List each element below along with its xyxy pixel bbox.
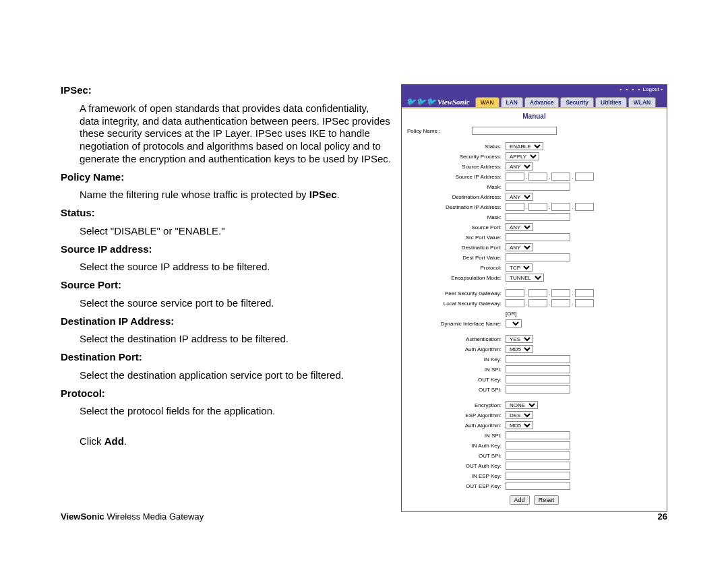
select-field[interactable]: ANY — [506, 193, 533, 201]
text-input[interactable] — [506, 233, 570, 241]
text-input[interactable] — [506, 183, 570, 191]
form-row: Destination IP Address:... — [407, 203, 661, 211]
form-row: Source IP Address:... — [407, 173, 661, 181]
field-label: IN ESP Key: — [407, 473, 506, 479]
ip-octet[interactable] — [528, 299, 547, 307]
text-input[interactable] — [506, 472, 570, 480]
tab-lan[interactable]: LAN — [501, 97, 523, 107]
tab-wlan[interactable]: WLAN — [628, 97, 657, 107]
ip-octet[interactable] — [575, 299, 594, 307]
select-field[interactable]: ENABLE — [506, 142, 543, 150]
form-row: IN ESP Key: — [407, 472, 661, 480]
ip-octet[interactable] — [528, 173, 547, 181]
field-label: Source Address: — [407, 164, 506, 170]
policy-name-label: Policy Name : — [407, 128, 472, 134]
form: Policy Name : Status:ENABLESecurity Proc… — [402, 124, 667, 511]
select-field[interactable]: TUNNEL — [506, 274, 544, 282]
doc-section: Status:Select "DISABLE" or "ENABLE." — [61, 207, 391, 238]
section-heading: IPSec: — [61, 84, 391, 97]
text-input[interactable] — [506, 462, 570, 470]
select-field[interactable]: MD5 — [506, 421, 533, 429]
section-body: Name the filtering rule whose traffic is… — [61, 189, 391, 201]
logout-link[interactable]: Logout — [643, 86, 659, 92]
form-row: OUT SPI: — [407, 385, 661, 394]
select-field[interactable]: ANY — [506, 223, 533, 231]
select-field[interactable]: MD5 — [506, 345, 533, 353]
ip-octet[interactable] — [551, 203, 570, 211]
text-input[interactable] — [506, 375, 570, 383]
form-row: IN Auth Key: — [407, 441, 661, 449]
ip-octet[interactable] — [551, 289, 570, 297]
ip-octet[interactable] — [551, 299, 570, 307]
policy-name-input[interactable] — [472, 127, 557, 135]
text-input[interactable] — [506, 213, 570, 221]
birds-icon: 🐦🐦🐦 — [406, 98, 436, 106]
field-label: Mask: — [407, 184, 506, 190]
field-label: Auth Algorithm: — [407, 346, 506, 352]
field-label: Mask: — [407, 214, 506, 220]
ip-octet[interactable] — [506, 173, 524, 181]
ip-octet[interactable] — [528, 203, 547, 211]
ip-octet[interactable] — [528, 289, 547, 297]
select-field[interactable]: ANY — [506, 243, 533, 251]
ip-octet[interactable] — [575, 203, 594, 211]
form-row: Destination Port:ANY — [407, 243, 661, 251]
tab-wan[interactable]: WAN — [475, 97, 499, 107]
doc-section: Source IP address:Select the source IP a… — [61, 243, 391, 274]
text-input[interactable] — [506, 441, 570, 449]
field-label: ESP Algorithm: — [407, 412, 506, 418]
form-row: Auth Algorithm:MD5 — [407, 345, 661, 353]
select-field[interactable] — [506, 319, 522, 327]
section-heading: Policy Name: — [61, 171, 391, 184]
doc-section: Source Port:Select the source service po… — [61, 279, 391, 310]
tab-utilities[interactable]: Utilities — [595, 97, 627, 107]
field-label: Auth Algorithm: — [407, 423, 506, 429]
ip-octet[interactable] — [551, 173, 570, 181]
ip-octet[interactable] — [506, 299, 524, 307]
text-input[interactable] — [506, 365, 570, 373]
select-field[interactable]: TCP — [506, 263, 533, 272]
text-input[interactable] — [506, 253, 570, 261]
text-input[interactable] — [506, 482, 570, 490]
field-label: Security Process: — [407, 154, 506, 160]
section-body: Select the source service port to be fil… — [61, 297, 391, 310]
tab-advance[interactable]: Advance — [524, 97, 559, 107]
field-label: Local Security Gateway: — [407, 301, 506, 307]
section-heading: Destination IP Address: — [61, 315, 391, 328]
section-body: Select the protocol fields for the appli… — [61, 405, 391, 418]
form-row: Dynamic Interface Name: — [407, 319, 661, 327]
field-label: IN SPI: — [407, 367, 506, 373]
select-field[interactable]: DES — [506, 411, 533, 419]
section-body: A framework of open standards that provi… — [61, 102, 391, 166]
doc-section: IPSec:A framework of open standards that… — [61, 84, 391, 166]
text-input[interactable] — [506, 385, 570, 394]
reset-button[interactable]: Reset — [534, 495, 559, 505]
form-row: Auth Algorithm:MD5 — [407, 421, 661, 429]
navbar: 🐦🐦🐦 ViewSonic WANLANAdvanceSecurityUtili… — [402, 94, 667, 108]
ip-octet[interactable] — [575, 173, 594, 181]
form-row: OUT ESP Key: — [407, 482, 661, 490]
select-field[interactable]: NONE — [506, 401, 538, 409]
select-field[interactable]: YES — [506, 335, 533, 343]
text-input[interactable] — [506, 451, 570, 460]
text-input[interactable] — [506, 355, 570, 363]
section-heading: Protocol: — [61, 387, 391, 400]
field-label: Status: — [407, 144, 506, 150]
select-field[interactable]: APPLY — [506, 152, 539, 160]
text-input[interactable] — [506, 431, 570, 439]
form-row: IN Key: — [407, 355, 661, 363]
section-heading: Source IP address: — [61, 243, 391, 256]
ip-octet[interactable] — [506, 289, 524, 297]
form-row: Security Process:APPLY — [407, 152, 661, 160]
form-row: Status:ENABLE — [407, 142, 661, 150]
add-button[interactable]: Add — [510, 495, 530, 505]
form-row: ESP Algorithm:DES — [407, 411, 661, 419]
tab-security[interactable]: Security — [560, 97, 594, 107]
click-instruction: Click Add. — [61, 435, 391, 448]
form-row: OUT SPI: — [407, 451, 661, 460]
document-text: IPSec:A framework of open standards that… — [61, 84, 391, 512]
ip-octet[interactable] — [506, 203, 524, 211]
select-field[interactable]: ANY — [506, 162, 533, 170]
ip-octet[interactable] — [575, 289, 594, 297]
form-row: Protocol:TCP — [407, 263, 661, 272]
